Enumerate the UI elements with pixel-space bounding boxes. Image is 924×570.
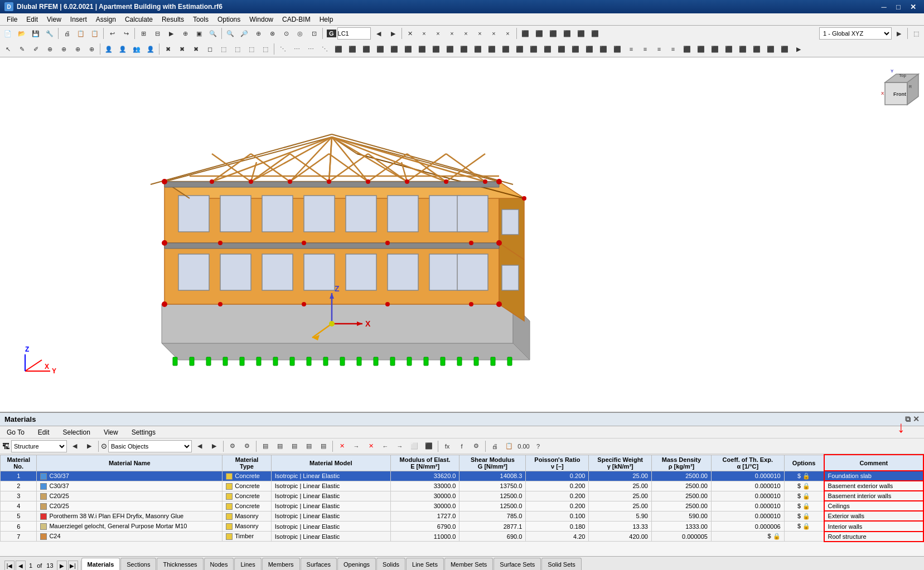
tb2-icon46[interactable]: ≡ bbox=[638, 42, 652, 56]
menu-view[interactable]: View bbox=[42, 13, 66, 26]
ptb-icon15[interactable]: ⚙ bbox=[470, 440, 483, 453]
ptb-icon13[interactable]: fx bbox=[441, 440, 454, 453]
tb-view-extra[interactable]: ▶ bbox=[892, 27, 906, 40]
table-row[interactable]: 4 C20/25 Concrete Isotropic | Linear Ela… bbox=[1, 501, 924, 511]
table-container[interactable]: MaterialNo. Material Name MaterialType M… bbox=[0, 454, 924, 556]
tb-icon10[interactable]: 🔍 bbox=[224, 27, 237, 40]
tb-icon6[interactable]: ▶ bbox=[165, 27, 178, 40]
panel-menu-edit[interactable]: Edit bbox=[33, 426, 54, 439]
tb2-icon14[interactable]: ✖ bbox=[189, 42, 202, 56]
tab-materials[interactable]: Materials bbox=[81, 558, 120, 570]
menu-results[interactable]: Results bbox=[157, 13, 188, 26]
table-row[interactable]: 5 Porotherm 38 W.i Plan EFH Dryfix, Maso… bbox=[1, 511, 924, 521]
tb-icon5[interactable]: ⊟ bbox=[151, 27, 164, 40]
tb2-icon50[interactable]: ⬛ bbox=[694, 42, 708, 56]
tb2-icon39[interactable]: ⬛ bbox=[541, 42, 554, 56]
tb2-icon18[interactable]: ⬚ bbox=[245, 42, 258, 56]
ptb-icon2[interactable]: ▤ bbox=[259, 440, 272, 453]
structure-next[interactable]: ▶ bbox=[83, 440, 96, 453]
tb2-icon15[interactable]: ◻ bbox=[203, 42, 216, 56]
ptb-icon1[interactable]: ⚙ bbox=[240, 440, 254, 453]
tb2-icon57[interactable]: ▶ bbox=[792, 42, 805, 56]
tb2-icon45[interactable]: ≡ bbox=[625, 42, 638, 56]
tb2-icon16[interactable]: ⬚ bbox=[217, 42, 230, 56]
ptb-delete[interactable]: ✕ bbox=[335, 440, 349, 453]
ptb-icon12[interactable]: ⬛ bbox=[422, 440, 436, 453]
lc-input[interactable] bbox=[337, 27, 371, 40]
tb2-icon8[interactable]: 👤 bbox=[102, 42, 115, 56]
tb2-icon40[interactable]: ⬛ bbox=[555, 42, 568, 56]
tb2-icon25[interactable]: ⬛ bbox=[346, 42, 359, 56]
tb2-icon3[interactable]: ✐ bbox=[29, 42, 42, 56]
tb-icon20[interactable]: × bbox=[446, 27, 459, 40]
tab-nodes[interactable]: Nodes bbox=[204, 558, 234, 570]
ptb-icon16[interactable]: 🖨 bbox=[488, 440, 501, 453]
close-button[interactable]: ✕ bbox=[906, 0, 920, 13]
tb-icon17[interactable]: ✕ bbox=[404, 27, 417, 40]
tb2-icon55[interactable]: ⬛ bbox=[764, 42, 777, 56]
tb2-icon31[interactable]: ⬛ bbox=[429, 42, 443, 56]
tb-icon14[interactable]: ⊙ bbox=[279, 27, 293, 40]
tb2-icon34[interactable]: ⬛ bbox=[471, 42, 485, 56]
tb2-icon24[interactable]: ⬛ bbox=[332, 42, 345, 56]
tb2-icon22[interactable]: ⋯ bbox=[304, 42, 317, 56]
menu-assign[interactable]: Assign bbox=[91, 13, 120, 26]
ptb-icon6[interactable]: ▤ bbox=[317, 440, 330, 453]
tb2-icon23[interactable]: ⋱ bbox=[318, 42, 331, 56]
tb2-icon44[interactable]: ⬛ bbox=[611, 42, 624, 56]
ptb-icon3[interactable]: ▤ bbox=[273, 440, 287, 453]
ptb-icon14[interactable]: f bbox=[455, 440, 468, 453]
tab-members[interactable]: Members bbox=[262, 558, 300, 570]
ptb-icon5[interactable]: ▤ bbox=[302, 440, 316, 453]
nav-last[interactable]: ▶| bbox=[68, 561, 78, 570]
tb2-icon6[interactable]: ⊕ bbox=[71, 42, 84, 56]
menu-options[interactable]: Options bbox=[213, 13, 245, 26]
nav-next[interactable]: ▶ bbox=[57, 561, 67, 570]
panel-menu-settings[interactable]: Settings bbox=[127, 426, 160, 439]
tb-icon19[interactable]: × bbox=[432, 27, 445, 40]
table-row[interactable]: 1 C30/37 Concrete Isotropic | Linear Ela… bbox=[1, 471, 924, 481]
tb2-icon56[interactable]: ⬛ bbox=[778, 42, 791, 56]
tb-icon27[interactable]: ⬛ bbox=[546, 27, 560, 40]
viewport[interactable]: X Z Y X Z bbox=[0, 57, 924, 412]
view-select[interactable]: 1 - Global XYZ bbox=[819, 27, 892, 40]
tb-icon26[interactable]: ⬛ bbox=[533, 27, 546, 40]
tb-icon11[interactable]: 🔎 bbox=[238, 27, 251, 40]
minimize-button[interactable]: ─ bbox=[877, 0, 891, 13]
menu-help[interactable]: Help bbox=[315, 13, 338, 26]
tb-undo[interactable]: ↩ bbox=[105, 27, 119, 40]
ptb-icon8[interactable]: ✕ bbox=[364, 440, 378, 453]
tb2-icon9[interactable]: 👤 bbox=[116, 42, 129, 56]
ptb-icon18[interactable]: 0.00 bbox=[517, 440, 530, 453]
tab-solids[interactable]: Solids bbox=[376, 558, 405, 570]
maximize-button[interactable]: □ bbox=[892, 0, 905, 13]
tab-surface-sets[interactable]: Surface Sets bbox=[494, 558, 541, 570]
lc-prev[interactable]: ◀ bbox=[372, 27, 385, 40]
ptb-help[interactable]: ? bbox=[531, 440, 545, 453]
tb-icon2[interactable]: 📋 bbox=[74, 27, 88, 40]
tab-thicknesses[interactable]: Thicknesses bbox=[157, 558, 203, 570]
tb-icon23[interactable]: × bbox=[487, 27, 501, 40]
tb2-icon12[interactable]: ✖ bbox=[161, 42, 175, 56]
ptb-icon9[interactable]: ← bbox=[379, 440, 392, 453]
table-row[interactable]: 2 C30/37 Concrete Isotropic | Linear Ela… bbox=[1, 481, 924, 491]
tb-icon25[interactable]: ⬛ bbox=[519, 27, 532, 40]
structure-select[interactable]: Structure bbox=[11, 440, 67, 452]
tab-member-sets[interactable]: Member Sets bbox=[444, 558, 493, 570]
structure-prev[interactable]: ◀ bbox=[68, 440, 81, 453]
tb-icon31[interactable]: ⬚ bbox=[910, 27, 923, 40]
tb2-icon2[interactable]: ✎ bbox=[15, 42, 28, 56]
tb2-icon41[interactable]: ⬛ bbox=[569, 42, 582, 56]
lc-next[interactable]: ▶ bbox=[386, 27, 400, 40]
tb2-icon49[interactable]: ⬛ bbox=[680, 42, 694, 56]
menu-insert[interactable]: Insert bbox=[66, 13, 91, 26]
tb2-icon10[interactable]: 👥 bbox=[130, 42, 143, 56]
tab-surfaces[interactable]: Surfaces bbox=[301, 558, 337, 570]
tab-sections[interactable]: Sections bbox=[120, 558, 156, 570]
menu-window[interactable]: Window bbox=[245, 13, 278, 26]
tb2-icon52[interactable]: ⬛ bbox=[722, 42, 736, 56]
menu-file[interactable]: File bbox=[2, 13, 22, 26]
tb2-icon35[interactable]: ⬛ bbox=[485, 42, 499, 56]
panel-menu-goto[interactable]: Go To bbox=[2, 426, 29, 439]
tb2-icon21[interactable]: ⋯ bbox=[290, 42, 303, 56]
